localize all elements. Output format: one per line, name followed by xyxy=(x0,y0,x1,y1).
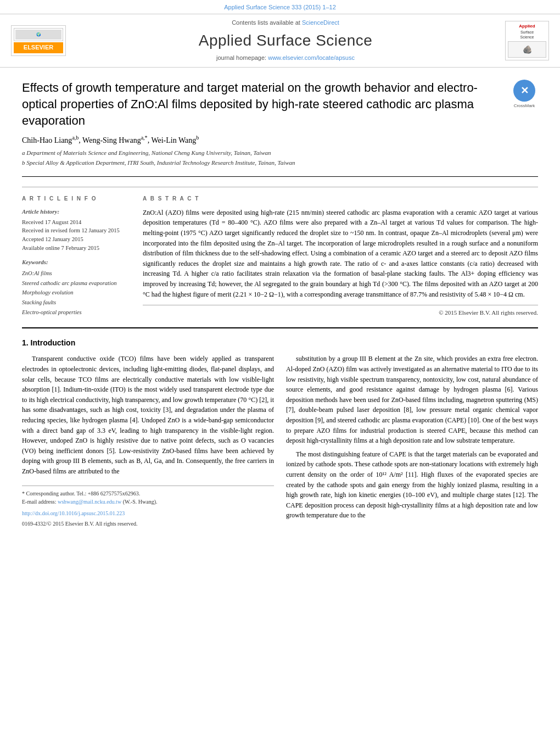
doi-area: http://dx.doi.org/10.1016/j.apsusc.2015.… xyxy=(22,509,274,528)
doi-line: http://dx.doi.org/10.1016/j.apsusc.2015.… xyxy=(22,509,274,518)
contents-line: Contents lists available at ScienceDirec… xyxy=(66,19,505,27)
keyword-1: ZnO:Al films xyxy=(22,269,132,278)
intro-number: 1. xyxy=(22,338,29,347)
homepage-url[interactable]: www.elsevier.com/locate/apsusc xyxy=(268,54,355,61)
journal-logo-right: Applied Surface Science 🪨 xyxy=(505,21,549,60)
intro-left-col: Transparent conductive oxide (TCO) films… xyxy=(22,354,274,528)
issn-line: 0169-4332/© 2015 Elsevier B.V. All right… xyxy=(22,520,274,528)
author1-name: Chih-Hao Liang xyxy=(22,136,72,144)
elsevier-logo: 🌍 ELSEVIER xyxy=(11,25,66,56)
intro-right-para2: The most distinguishing feature of CAPE … xyxy=(286,449,538,521)
journal-reference: Applied Surface Science 333 (2015) 1–12 xyxy=(0,0,560,14)
abstract-col: A B S T R A C T ZnO:Al (AZO) films were … xyxy=(143,195,538,317)
copyright-line: © 2015 Elsevier B.V. All rights reserved… xyxy=(143,305,538,317)
article-title-section: Effects of growth temperature and target… xyxy=(22,68,538,177)
article-info-col: A R T I C L E I N F O Article history: R… xyxy=(22,195,132,317)
article-history-group: Article history: Received 17 August 2014… xyxy=(22,208,132,253)
journal-logo-subtitle2: Science xyxy=(508,35,546,40)
journal-logo-subtitle: Surface xyxy=(508,30,546,35)
affil-b: b Special Alloy & Application Department… xyxy=(22,159,505,168)
abstract-text: ZnO:Al (AZO) films were deposited using … xyxy=(143,208,538,299)
accepted-line: Accepted 12 January 2015 xyxy=(22,235,132,244)
received-line: Received 17 August 2014 xyxy=(22,218,132,227)
keywords-title: Keywords: xyxy=(22,258,132,267)
abstract-label: A B S T R A C T xyxy=(143,195,538,203)
intro-right-para1: substitution by a group III B element at… xyxy=(286,354,538,445)
section-divider xyxy=(22,327,538,328)
keyword-5: Electro-optical properties xyxy=(22,308,132,317)
author3-sup: b xyxy=(196,135,199,141)
received-revised-line: Received in revised form 12 January 2015 xyxy=(22,226,132,235)
article-body: Effects of growth temperature and target… xyxy=(0,68,560,528)
intro-heading: Introduction xyxy=(31,338,76,347)
header-center: Contents lists available at ScienceDirec… xyxy=(66,19,505,63)
contents-label: Contents lists available at xyxy=(232,19,300,26)
doi-link[interactable]: http://dx.doi.org/10.1016/j.apsusc.2015.… xyxy=(22,510,125,516)
elsevier-brand-label: ELSEVIER xyxy=(14,42,63,53)
keyword-3: Morphology evolution xyxy=(22,288,132,298)
keywords-group: Keywords: ZnO:Al films Steered cathodic … xyxy=(22,258,132,317)
keyword-2: Steered cathodic arc plasma evaporation xyxy=(22,278,132,288)
intro-left-para1: Transparent conductive oxide (TCO) films… xyxy=(22,354,274,476)
journal-ref-text: Applied Surface Science 333 (2015) 1–12 xyxy=(224,4,336,10)
affil-a: a Department of Materials Science and En… xyxy=(22,149,505,158)
author1-sup: a,b xyxy=(72,135,79,141)
footnote-email-person: (W.-S. Hwang). xyxy=(123,499,158,505)
journal-logo-image: 🪨 xyxy=(508,41,546,58)
keyword-4: Stacking faults xyxy=(22,298,132,308)
article-title: Effects of growth temperature and target… xyxy=(22,80,505,129)
elsevier-logo-box: 🌍 ELSEVIER xyxy=(11,25,66,56)
journal-logo-title: Applied xyxy=(508,24,546,29)
article-history-title: Article history: xyxy=(22,208,132,216)
article-title-container: Effects of growth temperature and target… xyxy=(22,80,505,170)
author3-name: Wei-Lin Wang xyxy=(151,136,196,144)
footnote-area: * Corresponding author. Tel.: +886 62757… xyxy=(22,486,274,528)
affiliations: a Department of Materials Science and En… xyxy=(22,149,505,168)
homepage-label: journal homepage: xyxy=(216,54,266,61)
article-info-abstract: A R T I C L E I N F O Article history: R… xyxy=(22,187,538,317)
footnote-email-line: E-mail address: wshwang@mail.ncku.edu.tw… xyxy=(22,498,274,506)
crossmark-icon: ✕ xyxy=(513,80,535,102)
author2-sup: a,* xyxy=(141,135,148,141)
journal-logo-box: Applied Surface Science 🪨 xyxy=(505,21,549,60)
footnote-corresponding: * Corresponding author. Tel.: +886 62757… xyxy=(22,489,274,498)
authors-line: Chih-Hao Lianga,b, Weng-Sing Hwanga,*, W… xyxy=(22,134,505,146)
article-info-label: A R T I C L E I N F O xyxy=(22,195,132,203)
intro-right-col: substitution by a group III B element at… xyxy=(286,354,538,528)
journal-homepage: journal homepage: www.elsevier.com/locat… xyxy=(66,54,505,63)
introduction-section: 1. Introduction Transparent conductive o… xyxy=(22,337,538,528)
journal-title: Applied Surface Science xyxy=(66,30,505,52)
crossmark-label: CrossMark xyxy=(511,103,538,109)
journal-header: 🌍 ELSEVIER Contents lists available at S… xyxy=(0,14,560,68)
science-direct-link[interactable]: ScienceDirect xyxy=(302,19,339,26)
footnote-email-link[interactable]: wshwang@mail.ncku.edu.tw xyxy=(58,499,121,505)
footnote-email-label: E-mail address: xyxy=(22,499,56,505)
author2-name: Weng-Sing Hwang xyxy=(82,136,141,144)
intro-title: 1. Introduction xyxy=(22,337,538,348)
available-line: Available online 7 February 2015 xyxy=(22,244,132,253)
intro-body-cols: Transparent conductive oxide (TCO) films… xyxy=(22,354,538,528)
crossmark-container: ✕ CrossMark xyxy=(511,80,538,109)
